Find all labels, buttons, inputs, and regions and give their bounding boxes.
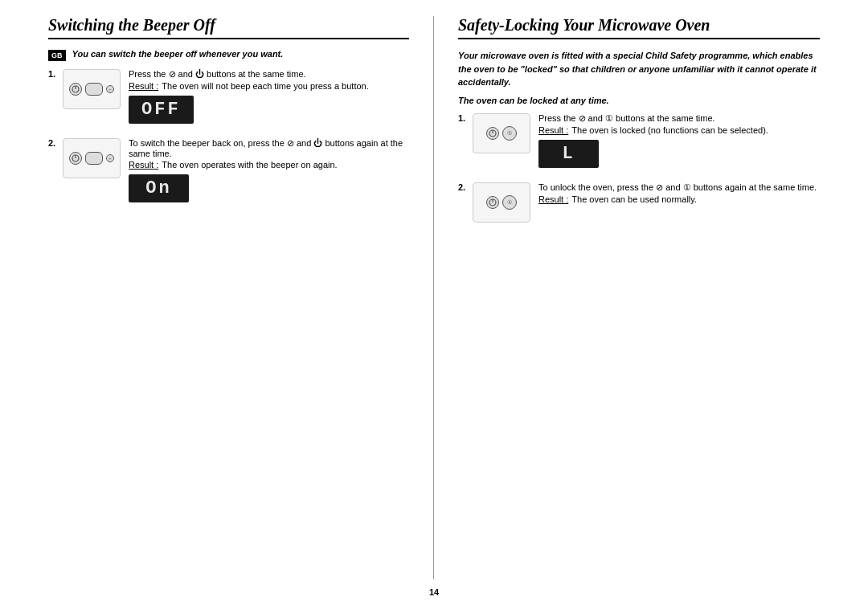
oven-buttons-1: + bbox=[69, 83, 114, 96]
btn-small-1: + bbox=[106, 85, 114, 93]
right-oven-buttons-2: ① bbox=[486, 195, 517, 210]
btn-oval-2 bbox=[85, 152, 103, 165]
right-oven-diagram-2: ① bbox=[473, 182, 530, 223]
gb-badge: GB bbox=[48, 50, 66, 61]
right-step2-result-text: The oven can be used normally. bbox=[571, 194, 697, 204]
left-step1-instr-text: Press the ⊘ and ⏻ buttons at the same ti… bbox=[129, 69, 306, 79]
right-intro-text: Your microwave oven is fitted with a spe… bbox=[458, 49, 820, 89]
left-step2-number: 2. bbox=[48, 138, 58, 148]
left-step2-display: On bbox=[129, 174, 189, 202]
right-step1-content: Press the ⊘ and ① buttons at the same ti… bbox=[538, 113, 820, 171]
right-power-icon-2 bbox=[489, 198, 497, 206]
right-steps: 1. ① bbox=[458, 113, 820, 223]
right-btn-round-2: ① bbox=[502, 195, 517, 210]
right-btn-round-1: ① bbox=[502, 126, 517, 141]
oven-buttons-2: + bbox=[69, 152, 114, 165]
left-step1-result-text: The oven will not beep each time you pre… bbox=[162, 81, 368, 91]
left-intro-text: You can switch the beeper off whenever y… bbox=[72, 49, 284, 59]
left-step1-diagram-area: 1. + bbox=[48, 69, 121, 109]
btn-small-2: + bbox=[106, 154, 114, 162]
power-icon-2 bbox=[72, 154, 80, 162]
left-step1-display-text: OFF bbox=[141, 100, 181, 120]
right-step1-result-text: The oven is locked (no functions can be … bbox=[571, 125, 768, 135]
right-sub-title: The oven can be locked at any time. bbox=[458, 96, 820, 105]
left-step1-display: OFF bbox=[129, 96, 194, 124]
right-step1-diagram-area: 1. ① bbox=[458, 113, 530, 153]
page-number: 14 bbox=[48, 587, 820, 597]
right-step1-display: L bbox=[538, 140, 599, 168]
right-step-1: 1. ① bbox=[458, 113, 820, 171]
left-step2-result-text: The oven operates with the beeper on aga… bbox=[162, 160, 337, 170]
right-section-title: Safety-Locking Your Microwave Oven bbox=[458, 16, 820, 39]
right-step2-number: 2. bbox=[458, 182, 468, 192]
right-step1-display-text: L bbox=[562, 144, 575, 164]
btn-oval-1 bbox=[85, 83, 103, 96]
right-step2-instr-text: To unlock the oven, press the ⊘ and ① bu… bbox=[538, 182, 817, 192]
right-oven-diagram-1: ① bbox=[473, 113, 530, 153]
right-step1-number: 1. bbox=[458, 113, 468, 123]
right-column: Safety-Locking Your Microwave Oven Your … bbox=[434, 16, 820, 579]
right-step2-diagram-area: 2. ① bbox=[458, 182, 530, 223]
right-step1-result: Result : The oven is locked (no function… bbox=[538, 125, 820, 135]
content-columns: Switching the Beeper Off GB You can swit… bbox=[48, 16, 820, 579]
page: Switching the Beeper Off GB You can swit… bbox=[0, 0, 868, 613]
left-step1-result-label: Result : bbox=[129, 81, 158, 91]
right-btn-circle-1 bbox=[486, 127, 499, 140]
left-step1-number: 1. bbox=[48, 69, 58, 79]
left-oven-diagram-2: + bbox=[63, 138, 121, 178]
left-section-title: Switching the Beeper Off bbox=[48, 16, 409, 39]
left-step2-result-label: Result : bbox=[129, 160, 158, 170]
right-step1-result-label: Result : bbox=[538, 125, 568, 135]
left-step2-instruction: To switch the beeper back on, press the … bbox=[129, 138, 409, 158]
right-step2-result-label: Result : bbox=[538, 194, 568, 204]
right-power-icon-1 bbox=[489, 129, 497, 137]
right-step1-instr-text: Press the ⊘ and ① buttons at the same ti… bbox=[538, 113, 715, 123]
left-step2-instr-text: To switch the beeper back on, press the … bbox=[129, 138, 403, 158]
left-step1-instruction: Press the ⊘ and ⏻ buttons at the same ti… bbox=[129, 69, 409, 80]
left-step2-diagram-area: 2. + bbox=[48, 138, 121, 178]
right-step1-instruction: Press the ⊘ and ① buttons at the same ti… bbox=[538, 113, 820, 124]
left-steps: 1. + bbox=[48, 69, 409, 206]
right-step2-instruction: To unlock the oven, press the ⊘ and ① bu… bbox=[538, 182, 820, 193]
gb-badge-row: GB You can switch the beeper off wheneve… bbox=[48, 49, 409, 61]
left-step2-content: To switch the beeper back on, press the … bbox=[129, 138, 409, 206]
right-step2-result: Result : The oven can be used normally. bbox=[538, 194, 820, 204]
left-step-1: 1. + bbox=[48, 69, 409, 127]
left-column: Switching the Beeper Off GB You can swit… bbox=[48, 16, 434, 579]
right-step-2: 2. ① bbox=[458, 182, 820, 223]
right-step2-content: To unlock the oven, press the ⊘ and ① bu… bbox=[538, 182, 820, 204]
left-step-2: 2. + bbox=[48, 138, 409, 206]
right-oven-buttons-1: ① bbox=[486, 126, 517, 141]
left-step2-result: Result : The oven operates with the beep… bbox=[129, 160, 409, 170]
left-oven-diagram-1: + bbox=[63, 69, 121, 109]
left-step2-display-text: On bbox=[145, 178, 171, 198]
left-step1-content: Press the ⊘ and ⏻ buttons at the same ti… bbox=[129, 69, 409, 127]
right-btn-circle-2 bbox=[486, 196, 499, 209]
left-step1-result: Result : The oven will not beep each tim… bbox=[129, 81, 409, 91]
btn-circle-2 bbox=[69, 152, 82, 165]
btn-circle-1 bbox=[69, 83, 82, 96]
power-icon-1 bbox=[72, 85, 80, 93]
